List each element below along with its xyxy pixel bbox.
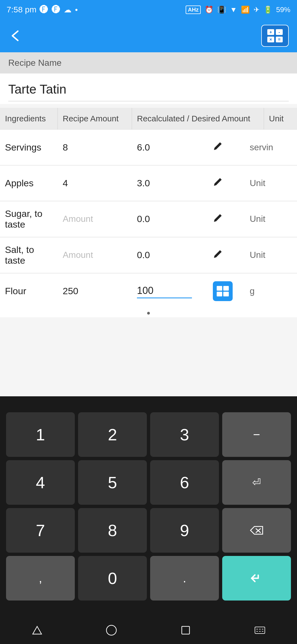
keyboard-row-4: , 0 .: [3, 556, 294, 601]
col-header-recipe-amount: Recipe Amount: [58, 108, 132, 129]
ingredient-name: Apples: [0, 175, 58, 191]
unit-value: Unit: [245, 211, 297, 227]
table-header: Ingredients Recipe Amount Recalculated /…: [0, 108, 297, 130]
autohz-icon: AHz: [186, 6, 201, 14]
unit-value: servin: [245, 140, 297, 155]
recipe-amount: 4: [58, 175, 132, 191]
table-row: Sugar, to taste Amount 0.0 Unit: [0, 201, 297, 237]
battery-percent: 59%: [276, 6, 290, 14]
edit-icon[interactable]: [212, 245, 245, 265]
flour-calc-button[interactable]: [212, 279, 245, 304]
key-4[interactable]: 4: [6, 460, 75, 505]
calculator-button[interactable]: + - × =: [261, 25, 289, 47]
vibrate-icon: 📳: [217, 6, 226, 14]
table-row: Apples 4 3.0 Unit: [0, 165, 297, 201]
app-bar: + - × =: [0, 19, 297, 52]
alarm-icon: ⏰: [205, 6, 213, 14]
ingredient-name: Servings: [0, 139, 58, 155]
edit-icon[interactable]: [212, 173, 245, 193]
recipe-name-value: Tarte Tatin: [8, 82, 289, 101]
key-7[interactable]: 7: [6, 508, 75, 553]
key-9[interactable]: 9: [150, 508, 219, 553]
recipe-amount-placeholder: Amount: [58, 211, 132, 227]
status-bar: 7:58 pm 🅕 🅕 ☁ ● AHz ⏰ 📳 ▼ 📶 ✈ 🔋 59%: [0, 0, 297, 19]
table-row: Flour 250 g: [0, 273, 297, 309]
key-2[interactable]: 2: [78, 412, 147, 457]
recipe-amount: 8: [58, 139, 132, 155]
status-time: 7:58 pm: [7, 5, 36, 14]
desired-amount: 0.0: [132, 247, 212, 263]
battery-icon: 🔋: [263, 6, 272, 14]
ingredients-table: Ingredients Recipe Amount Recalculated /…: [0, 108, 297, 309]
nav-keyboard-button[interactable]: [254, 624, 266, 636]
key-0[interactable]: 0: [78, 556, 147, 601]
keyboard-row-3: 7 8 9: [3, 508, 294, 553]
keyboard: 1 2 3 − 4 5 6 ⏎ 7 8 9 , 0: [0, 396, 297, 616]
col-header-desired-amount: Recalculated / Desired Amount: [132, 108, 264, 129]
nav-recent-button[interactable]: [180, 624, 192, 636]
key-minus[interactable]: −: [222, 412, 291, 457]
key-1[interactable]: 1: [6, 412, 75, 457]
wifi-icon: 📶: [241, 6, 250, 14]
edit-icon[interactable]: [212, 209, 245, 229]
desired-amount-input-cell[interactable]: [132, 281, 212, 301]
desired-amount: 6.0: [132, 139, 212, 155]
svg-rect-2: [182, 626, 189, 634]
desired-amount-input[interactable]: [137, 284, 192, 298]
key-backspace[interactable]: [222, 508, 291, 553]
facebook-icon-1: 🅕: [40, 5, 48, 15]
dot-icon: ●: [75, 7, 78, 13]
unit-value: Unit: [245, 247, 297, 263]
desired-amount: 0.0: [132, 211, 212, 227]
unit-value: Unit: [245, 175, 297, 191]
key-6[interactable]: 6: [150, 460, 219, 505]
table-row: Servings 8 6.0 servin: [0, 130, 297, 165]
recipe-name-section: Tarte Tatin: [0, 73, 297, 104]
status-bar-right: AHz ⏰ 📳 ▼ 📶 ✈ 🔋 59%: [186, 6, 290, 14]
recipe-amount-placeholder: Amount: [58, 247, 132, 263]
svg-point-1: [106, 625, 116, 635]
key-comma[interactable]: ,: [6, 556, 75, 601]
key-dot[interactable]: .: [150, 556, 219, 601]
ingredient-name: Salt, to taste: [0, 242, 58, 269]
nav-back-button[interactable]: [31, 624, 43, 636]
ingredient-name: Sugar, to taste: [0, 206, 58, 233]
col-header-unit: Unit: [264, 108, 297, 129]
signal-icon: ▼: [230, 6, 237, 14]
keyboard-row-1: 1 2 3 −: [3, 412, 294, 457]
keyboard-row-2: 4 5 6 ⏎: [3, 460, 294, 505]
key-8[interactable]: 8: [78, 508, 147, 553]
table-row: Salt, to taste Amount 0.0 Unit: [0, 237, 297, 273]
back-button[interactable]: [8, 29, 22, 43]
nav-home-button[interactable]: [105, 624, 117, 636]
svg-rect-3: [255, 627, 265, 634]
svg-marker-0: [33, 626, 42, 634]
scroll-indicator: [0, 309, 297, 317]
ingredient-name: Flour: [0, 283, 58, 299]
airplane-icon: ✈: [254, 6, 260, 14]
recipe-amount: 250: [58, 283, 132, 299]
calculator-icon: + - × =: [267, 29, 283, 42]
key-space[interactable]: ⏎: [222, 460, 291, 505]
unit-value: g: [245, 283, 297, 299]
key-5[interactable]: 5: [78, 460, 147, 505]
flour-calc-icon: [217, 286, 229, 296]
edit-icon[interactable]: [212, 137, 245, 157]
cloud-icon: ☁: [64, 5, 72, 14]
key-enter[interactable]: [222, 556, 291, 601]
table-body: Servings 8 6.0 servin Apples 4 3.0 Unit: [0, 130, 297, 309]
key-3[interactable]: 3: [150, 412, 219, 457]
recipe-name-label: Recipe Name: [0, 52, 297, 73]
col-header-ingredients: Ingredients: [0, 108, 58, 129]
desired-amount: 3.0: [132, 175, 212, 191]
facebook-icon-2: 🅕: [52, 5, 61, 15]
status-bar-left: 7:58 pm 🅕 🅕 ☁ ●: [7, 5, 78, 15]
nav-bar: [0, 616, 297, 644]
